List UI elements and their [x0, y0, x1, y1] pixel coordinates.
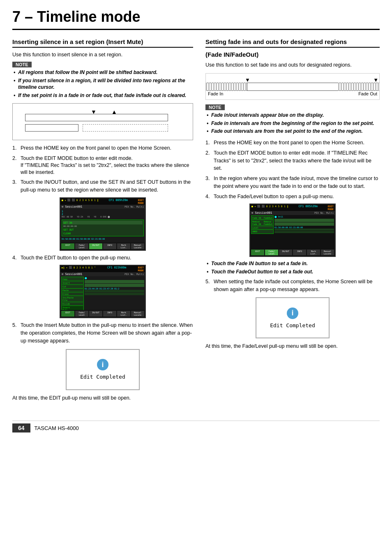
screen-inout: ■ ✦ ⬛ ⬛ 8 2 3 4 5 8 1 ‖ CF1 009h39m EDIT… — [60, 197, 146, 251]
screen-fade-popup: ■ ✦ ⬛ ⬛ 8 2 3 4 5 8 1 ‖ CF1 005h39m EDIT… — [249, 204, 336, 257]
right-intro: Use this function to set fade ins and ou… — [205, 61, 380, 69]
right-note-item-3: Fade out intervals are from the set poin… — [205, 128, 380, 135]
right-steps-list: Press the HOME key on the front panel to… — [205, 139, 380, 200]
fade-diagram: ▼ ▼ Fade In Fade Out — [205, 73, 380, 100]
left-section-title: Inserting silence in a set region (Inser… — [12, 38, 193, 48]
right-step-4: Touch the Fade/Level button to open a pu… — [205, 193, 380, 201]
right-edit-completed-text: Edit Completed — [270, 322, 315, 328]
top-region-bar — [25, 114, 168, 121]
screen3-header: ■ ✦ ⬛ ⬛ 8 2 3 4 5 8 1 ‖ CF1 005h39m EDIT… — [250, 204, 335, 211]
right-step-3: In the region where you want the fade in… — [205, 175, 380, 190]
left-step-1: Press the HOME key on the front panel to… — [12, 144, 193, 152]
right-after-note: At this time, the Fade/Level pull-up men… — [205, 342, 380, 350]
left-intro: Use this function to insert silence in a… — [12, 51, 193, 59]
right-steps-list-2: When setting the fade in/fade out comple… — [205, 278, 380, 294]
left-note-item-1: All regions that follow the IN point wil… — [12, 69, 193, 76]
screen1-session: ⊙ Session001 PEX No. Multi — [60, 205, 145, 209]
right-touch-fade-in: Touch the Fade IN button to set a fade i… — [205, 260, 380, 267]
left-steps-list: Press the HOME key on the front panel to… — [12, 144, 193, 194]
left-edit-completed-box: i Edit Completed — [66, 349, 140, 390]
left-step-2: Touch the EDIT MODE button to enter edit… — [12, 155, 193, 176]
right-info-icon: i — [287, 308, 298, 319]
arrow-in: ▼ — [91, 109, 97, 137]
right-touch-fade-out: Touch the FadeOut button to set a fade o… — [205, 268, 380, 275]
left-after-note: At this time, the EDIT pull-up menu will… — [12, 394, 193, 402]
screen1-popup: SET IN 00:00:00:00 SET OUT CLEAR — [62, 220, 144, 236]
right-note-item-1: Fade in/out intervals appear blue on the… — [205, 112, 380, 119]
fade-arrow-right: ▼ — [373, 77, 378, 83]
right-step-2: Touch the EDIT MODE button to enter edit… — [205, 149, 380, 172]
two-column-layout: Inserting silence in a set region (Inser… — [12, 38, 380, 404]
footer-page-number: 64 — [12, 423, 30, 432]
fade-arrow-left: ▼ — [245, 77, 250, 83]
screen1-header: ■ ✦ ⬛ ⬛ 8 2 3 4 5 8 1 ‖ CF1 009h39m EDIT… — [60, 198, 145, 205]
screen3-buttons: EDIT Fade/Level IN/OUT INFO MarkList. Ma… — [250, 249, 335, 256]
screen2-buttons: EDIT Fade/Level IN/OUT INFO MarkList. Ma… — [60, 310, 145, 317]
insert-diagram-inner: ▼ ▲ — [17, 108, 189, 136]
fade-in-region — [206, 83, 247, 91]
right-section-subtitle: (Fade IN/FadeOut) — [205, 51, 380, 58]
bottom-region-bar-solid — [25, 124, 78, 132]
right-section-title: Setting fade ins and outs for designated… — [205, 38, 380, 48]
page-container: 7 – Timeline mode Inserting silence in a… — [0, 0, 392, 441]
screen1-buttons: EDIT Fade/Level IN/OUT INFO MarkList. Ma… — [60, 243, 145, 250]
left-info-icon: i — [97, 359, 108, 370]
screen3-session: ⊙ Session001 PEX No. Multi — [250, 211, 335, 215]
right-touch-notes: Touch the Fade IN button to set a fade i… — [205, 260, 380, 275]
left-step-2-sub: If "TIMELINE Rec Tracks" is set to "2trx… — [21, 162, 193, 176]
screen1-tracks: 1 2 REC AB SR YO ZA Y8 Y8 0 OXE ⬤ — [60, 209, 145, 219]
left-steps-list-2: Touch the EDIT button to open the pull-u… — [12, 254, 193, 262]
fade-out-label: Fade Out — [358, 91, 377, 96]
screen-edit-popup: ▶‖ ✦ ⬛ 8 2 3 4 5 8 1 " CF1 023h00m EDITM… — [60, 265, 146, 318]
left-steps-list-3: Touch the Insert Mute button in the pull… — [12, 321, 193, 345]
footer-model: TASCAM HS-4000 — [30, 424, 83, 432]
footer: 64 TASCAM HS-4000 — [12, 421, 380, 432]
left-step-5: Touch the Insert Mute button in the pull… — [12, 321, 193, 345]
left-step-4: Touch the EDIT button to open the pull-u… — [12, 254, 193, 262]
screen2-session: ⊙ Session001 PEX No. Multi — [60, 272, 145, 276]
bottom-region-bar-dashed — [83, 124, 168, 132]
right-column: Setting fade ins and outs for designated… — [205, 38, 380, 404]
insert-diagram: ▼ ▲ — [12, 103, 193, 140]
left-note-list: All regions that follow the IN point wil… — [12, 69, 193, 99]
right-note-item-2: Fade in intervals are from the beginning… — [205, 120, 380, 127]
right-note-list: Fade in/out intervals appear blue on the… — [205, 112, 380, 135]
right-step-5: When setting the fade in/fade out comple… — [205, 278, 380, 294]
left-step-3: Touch the IN/OUT button, and use the SET… — [12, 178, 193, 194]
page-title: 7 – Timeline mode — [12, 8, 380, 30]
fade-out-region — [338, 83, 379, 91]
fade-in-label: Fade In — [208, 91, 223, 96]
screen2-header: ▶‖ ✦ ⬛ 8 2 3 4 5 8 1 " CF1 023h00m EDITM… — [60, 266, 145, 272]
right-note-label: NOTE — [205, 104, 225, 110]
left-column: Inserting silence in a set region (Inser… — [12, 38, 193, 404]
left-note-label: NOTE — [12, 62, 32, 67]
right-edit-completed-box: i Edit Completed — [256, 297, 330, 338]
left-edit-completed-text: Edit Completed — [80, 374, 125, 380]
left-note-item-3: If the set point is in a fade in or fade… — [12, 92, 193, 99]
screen3-area: Fade INFadeOut RemoveFade INRemoveFadeOu… — [250, 215, 335, 234]
fade-sep-left — [247, 83, 247, 91]
right-step-1: Press the HOME key on the front panel to… — [205, 139, 380, 147]
left-note-item-2: If you insert silence in a region, it wi… — [12, 77, 193, 91]
